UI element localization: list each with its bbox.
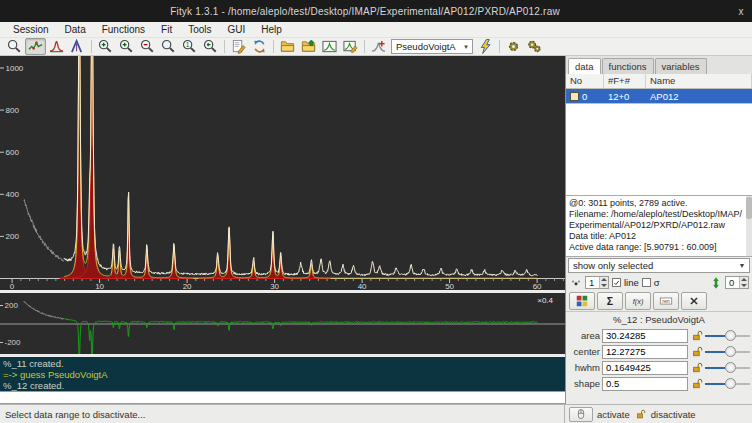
sum-button[interactable]: Σ: [597, 292, 623, 310]
point-size-spinner[interactable]: 1: [585, 276, 609, 289]
add-peak-icon: [49, 39, 64, 54]
lock-icon[interactable]: [690, 329, 703, 342]
info-line: Filename: /home/aleplo/test/Desktop/IMAP…: [569, 209, 751, 220]
svg-text:-200: -200: [5, 338, 22, 347]
lock-icon[interactable]: [690, 377, 703, 390]
parameter-slider[interactable]: [705, 377, 750, 390]
menu-fit[interactable]: Fit: [154, 23, 179, 36]
svg-text:30: 30: [270, 282, 279, 290]
reload-session-button[interactable]: [249, 38, 270, 55]
fit-settings-button[interactable]: [524, 38, 545, 55]
zoom-100-button[interactable]: 1: [179, 38, 200, 55]
parameter-slider[interactable]: [705, 329, 750, 342]
slider-handle[interactable]: [725, 378, 736, 389]
command-input[interactable]: [0, 391, 565, 404]
tab-data[interactable]: data: [568, 58, 601, 74]
zoom-all-button[interactable]: [158, 38, 179, 55]
menu-gui[interactable]: GUI: [221, 23, 253, 36]
dataset-list-empty: [566, 104, 752, 195]
disactivate-hint-label: disactivate: [651, 409, 696, 420]
parameter-value-input[interactable]: [602, 345, 688, 359]
folder-plus-icon: [301, 39, 316, 54]
aux-plot-canvas[interactable]: 200-200×0.4: [0, 293, 565, 354]
lock-icon[interactable]: [690, 361, 703, 374]
svg-text:200: 200: [6, 232, 20, 241]
script-editor-button[interactable]: [228, 38, 249, 55]
sigma-checkbox[interactable]: [642, 278, 651, 287]
menu-help[interactable]: Help: [254, 23, 289, 36]
menu-session[interactable]: Session: [6, 23, 56, 36]
line-checkbox[interactable]: [612, 278, 621, 287]
open-data-second-button[interactable]: [298, 38, 319, 55]
svg-text:Σ: Σ: [607, 294, 613, 306]
toolbar-separator: [499, 40, 500, 53]
dataset-row[interactable]: 012+0AP012: [566, 89, 752, 103]
menu-tools[interactable]: Tools: [181, 23, 218, 36]
zoom-prev-icon: [203, 39, 218, 54]
info-scrollbar[interactable]: [746, 196, 752, 256]
function-style-button[interactable]: f(x): [625, 292, 651, 310]
edit-plot-button[interactable]: [340, 38, 361, 55]
close-button[interactable]: x: [730, 6, 752, 17]
zoom-previous-button[interactable]: [200, 38, 221, 55]
zoom-mode-button[interactable]: [4, 38, 25, 55]
parameter-value-input[interactable]: [602, 361, 688, 375]
delete-button[interactable]: [681, 292, 707, 310]
zoom-in-horizontal-button[interactable]: [116, 38, 137, 55]
refresh-icon: [252, 39, 267, 54]
add-peak-mode-button[interactable]: [46, 38, 67, 55]
filter-dropdown[interactable]: show only selected ▼: [568, 258, 750, 273]
log-line: =-> guess PseudoVoigtA: [3, 369, 562, 380]
drag-peak-mode-button[interactable]: [67, 38, 88, 55]
svg-text:1000: 1000: [6, 64, 24, 73]
chart-frame-icon: [322, 39, 337, 54]
parameter-value-input[interactable]: [602, 377, 688, 391]
mouse-hint-button[interactable]: [569, 407, 593, 422]
lock-icon[interactable]: [690, 345, 703, 358]
column-header: #F+#: [604, 74, 646, 88]
sigma-icon: Σ: [603, 294, 617, 308]
data-colors-button[interactable]: [569, 292, 595, 310]
shift-spinner[interactable]: 0: [725, 276, 749, 289]
svg-text:0: 0: [10, 282, 15, 290]
function-type-dropdown[interactable]: PseudoVoigtA▾: [391, 39, 473, 54]
check-icon: [613, 279, 620, 287]
parameter-row: center: [566, 344, 752, 360]
info-line: Experimental/AP012/PXRD/AP012.raw: [569, 220, 751, 231]
toolbar-separator: [364, 40, 365, 53]
tab-functions[interactable]: functions: [602, 58, 654, 74]
output-log[interactable]: %_11 created.=-> guess PseudoVoigtA%_12 …: [0, 357, 565, 391]
parameter-value-input[interactable]: [602, 329, 688, 343]
slider-handle[interactable]: [725, 330, 736, 341]
zoom-in-button[interactable]: [95, 38, 116, 55]
dataset-info-box: @0: 3011 points, 2789 active.Filename: /…: [566, 195, 752, 257]
toolbar-separator: [224, 40, 225, 53]
open-data-button[interactable]: [277, 38, 298, 55]
save-image-button[interactable]: [319, 38, 340, 55]
data-range-mode-button[interactable]: [25, 38, 46, 55]
slider-handle[interactable]: [725, 362, 736, 373]
menu-functions[interactable]: Functions: [95, 23, 152, 36]
auto-add-icon: [371, 39, 386, 54]
svg-text:800: 800: [6, 106, 20, 115]
parameter-row: hwhm: [566, 360, 752, 376]
auto-add-peak-button[interactable]: [368, 38, 389, 55]
dataset-checkbox[interactable]: [570, 92, 579, 101]
main-plot-canvas[interactable]: 01020304050602004006008001000: [0, 56, 565, 290]
zoom-out-button[interactable]: [137, 38, 158, 55]
shift-arrows-icon: [709, 276, 722, 289]
activate-hint-label: activate: [597, 409, 630, 420]
tab-variables[interactable]: variables: [655, 58, 707, 74]
run-fit-button[interactable]: [503, 38, 524, 55]
menu-data[interactable]: Data: [58, 23, 93, 36]
point-dot-icon: [570, 277, 582, 289]
rename-button[interactable]: ren: [653, 292, 679, 310]
fx-icon: f(x): [631, 294, 645, 308]
guess-peak-button[interactable]: [475, 38, 496, 55]
gear-icon: [506, 39, 521, 54]
parameter-slider[interactable]: [705, 345, 750, 358]
zoom-in-icon: [98, 39, 113, 54]
status-mouse-hints: activate disactivate: [565, 407, 752, 422]
parameter-slider[interactable]: [705, 361, 750, 374]
slider-handle[interactable]: [725, 346, 736, 357]
